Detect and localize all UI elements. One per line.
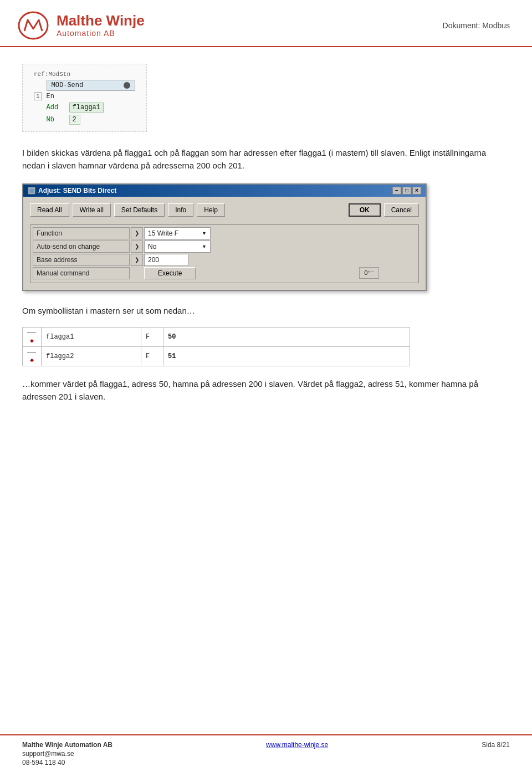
- dialog-titlebar-buttons[interactable]: − □ ×: [392, 187, 421, 195]
- paragraph-3: …kommer värdet på flagga1, adress 50, ha…: [22, 377, 510, 403]
- paragraph-1: I bilden skickas värdena på flagga1 och …: [22, 146, 510, 172]
- symbol-row2-value: 51: [163, 346, 410, 366]
- on-indicator: 0⁺⁻: [359, 267, 379, 279]
- table-row: ◆ flagga2 F 51: [23, 346, 410, 366]
- footer-email: support@mwa.se: [22, 750, 112, 758]
- symbol-row1-name: flagga1: [42, 327, 141, 346]
- function-label: Function: [33, 227, 130, 239]
- symbol-table-body: ◆ flagga1 F 50 ◆ flagga2 F 51: [23, 327, 410, 366]
- symbol-diamond-icon: ◆: [30, 357, 34, 364]
- table-row: ◆ flagga1 F 50: [23, 327, 410, 346]
- footer-phone: 08-594 118 40: [22, 759, 112, 766]
- adjust-dialog: Adjust: SEND Bits Direct − □ × Read All …: [22, 183, 427, 291]
- diagram-number: 1: [34, 93, 42, 100]
- symbol-list-table: ◆ flagga1 F 50 ◆ flagga2 F 51: [22, 327, 410, 366]
- dialog-row-baseaddr: Base address ❯ 200: [33, 254, 416, 266]
- dialog-row-autosend: Auto-send on change ❯ No ▼: [33, 241, 416, 253]
- company-logo-icon: [17, 10, 50, 40]
- diagram-nb-value: 2: [69, 115, 80, 125]
- footer-left: Malthe Winje Automation AB support@mwa.s…: [22, 741, 112, 766]
- diagram-circle-indicator: [124, 82, 130, 89]
- symbol-line-icon: [27, 333, 36, 333]
- dialog-close-button[interactable]: ×: [412, 187, 421, 195]
- execute-spacer: Execute: [144, 267, 196, 279]
- function-value-text: 15 Write F: [148, 229, 178, 237]
- ok-button[interactable]: OK: [349, 203, 381, 217]
- diagram-add-label: Add: [47, 104, 66, 111]
- diagram-en-row: En: [47, 93, 135, 100]
- cancel-button[interactable]: Cancel: [384, 203, 419, 217]
- svg-rect-2: [29, 188, 34, 193]
- symbol-row1-value: 50: [163, 327, 410, 346]
- dialog-title-area: Adjust: SEND Bits Direct: [28, 187, 116, 195]
- set-defaults-button[interactable]: Set Defaults: [114, 203, 165, 217]
- dialog-row-function: Function ❯ 15 Write F ▼: [33, 227, 416, 239]
- autosend-value-text: No: [148, 243, 156, 250]
- diagram-en-label: En: [47, 93, 66, 100]
- logo-sub-text: Automation AB: [57, 29, 145, 38]
- diagram-ref-label: ref:ModStn: [34, 71, 70, 78]
- dialog-toolbar: Read All Write all Set Defaults Info Hel…: [30, 203, 419, 217]
- autosend-dropdown-arrow: ▼: [202, 244, 207, 249]
- autosend-value[interactable]: No ▼: [144, 241, 211, 253]
- page-footer: Malthe Winje Automation AB support@mwa.s…: [0, 734, 532, 772]
- dialog-minimize-button[interactable]: −: [392, 187, 401, 195]
- function-value[interactable]: 15 Write F ▼: [144, 227, 211, 239]
- autosend-arrow[interactable]: ❯: [131, 241, 143, 253]
- footer-website-link[interactable]: www.malthe-winje.se: [266, 741, 328, 749]
- company-name: Malthe Winje Automation AB: [57, 13, 145, 38]
- autosend-label: Auto-send on change: [33, 241, 130, 253]
- dialog-title-text: Adjust: SEND Bits Direct: [38, 187, 116, 195]
- symbol-row2-type: F: [141, 346, 163, 366]
- diagram-block-header: MOD-Send: [47, 80, 135, 91]
- svg-point-0: [19, 12, 48, 39]
- diagram-nb-label: Nb: [47, 116, 66, 124]
- dialog-icon: [28, 187, 35, 195]
- manual-label: Manual command: [33, 267, 130, 279]
- page-header: Malthe Winje Automation AB Dokument: Mod…: [0, 0, 532, 47]
- diagram-block-name: MOD-Send: [52, 81, 84, 89]
- dialog-restore-button[interactable]: □: [402, 187, 411, 195]
- logo-area: Malthe Winje Automation AB: [17, 10, 145, 40]
- main-content: ref:ModStn MOD-Send 1 En: [0, 47, 532, 457]
- dialog-row-manual: Manual command Execute 0⁺⁻: [33, 267, 416, 279]
- dialog-content: Read All Write all Set Defaults Info Hel…: [23, 197, 426, 290]
- diagram-table: ref:ModStn MOD-Send 1 En: [32, 70, 137, 126]
- baseaddr-label: Base address: [33, 254, 130, 266]
- logo-main-text: Malthe Winje: [57, 13, 145, 29]
- symbol-line-icon: [27, 352, 36, 352]
- symbol-row2-name: flagga2: [42, 346, 141, 366]
- diagram-add-row: Add flagga1: [47, 103, 135, 113]
- symbol-diamond-icon: ◆: [30, 338, 34, 344]
- symbol-row2-icon-cell: ◆: [23, 346, 42, 366]
- symbol-row1-type: F: [141, 327, 163, 346]
- footer-center[interactable]: www.malthe-winje.se: [266, 741, 328, 749]
- write-all-button[interactable]: Write all: [73, 203, 111, 217]
- baseaddr-arrow[interactable]: ❯: [131, 254, 143, 266]
- paragraph-2: Om symbollistan i mastern ser ut som ned…: [22, 304, 510, 317]
- dialog-rows: Function ❯ 15 Write F ▼ Auto-send on cha…: [30, 224, 419, 283]
- read-all-button[interactable]: Read All: [30, 203, 69, 217]
- help-button[interactable]: Help: [197, 203, 225, 217]
- diagram-flagga1-value: flagga1: [69, 103, 104, 113]
- dialog-titlebar: Adjust: SEND Bits Direct − □ ×: [23, 185, 426, 197]
- function-dropdown-arrow: ▼: [202, 231, 207, 236]
- symbol-row1-icon-cell: ◆: [23, 327, 42, 346]
- document-title: Dokument: Modbus: [443, 21, 510, 30]
- baseaddr-value[interactable]: 200: [144, 254, 188, 266]
- function-arrow[interactable]: ❯: [131, 227, 143, 239]
- footer-company: Malthe Winje Automation AB: [22, 741, 112, 749]
- execute-button[interactable]: Execute: [144, 267, 196, 279]
- plc-diagram: ref:ModStn MOD-Send 1 En: [22, 64, 147, 132]
- diagram-nb-row: Nb 2: [47, 115, 135, 125]
- info-button[interactable]: Info: [168, 203, 193, 217]
- footer-page: Sida 8/21: [482, 741, 510, 749]
